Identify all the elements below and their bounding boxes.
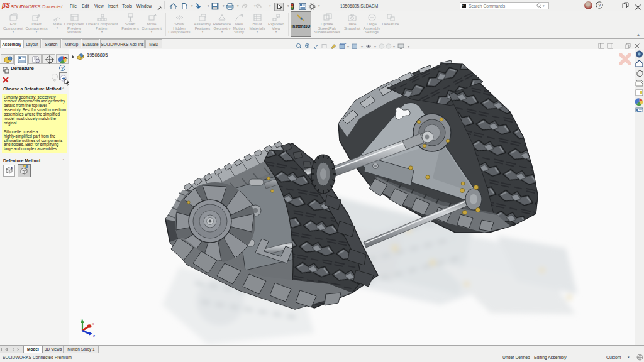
svg-text:▼: ▼	[347, 45, 350, 48]
svg-text:?: ?	[598, 3, 601, 8]
svg-text:▼: ▼	[407, 45, 410, 48]
svg-text:y: y	[80, 318, 82, 322]
svg-text:z: z	[93, 334, 95, 337]
svg-text:▼: ▼	[360, 45, 364, 48]
svg-text:▼: ▼	[392, 45, 396, 48]
svg-text:x: x	[92, 322, 94, 326]
svg-text:▼: ▼	[374, 45, 377, 48]
